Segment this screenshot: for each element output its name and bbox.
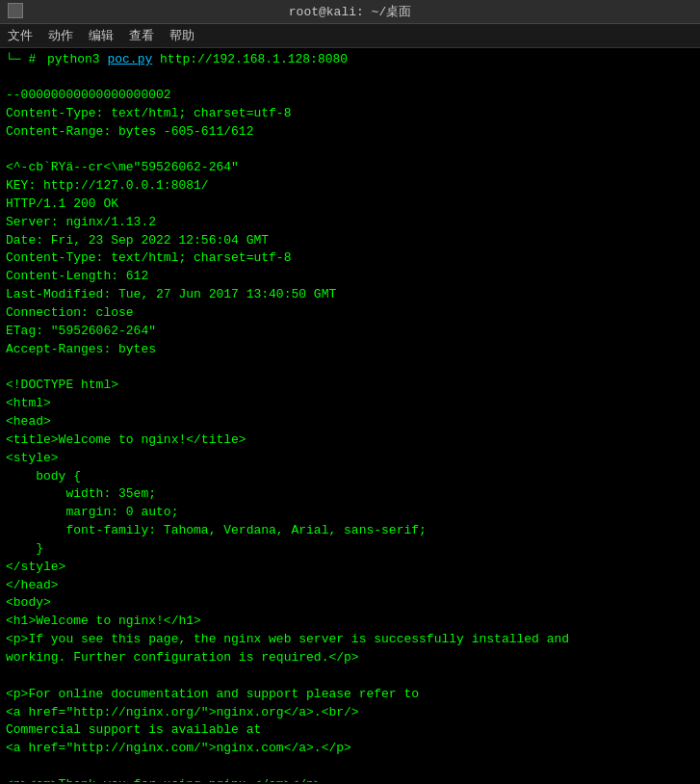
menu-bar: 文件 动作 编辑 查看 帮助	[0, 24, 700, 48]
output-line: --00000000000000000002	[6, 87, 694, 105]
output-line: Server: nginx/1.13.2	[6, 214, 694, 232]
output-line: <!DOCTYPE html>	[6, 377, 694, 395]
output-line: ETag: "59526062-264"	[6, 323, 694, 341]
title-bar-text: root@kali: ~/桌面	[289, 5, 411, 19]
output-line: Content-Range: bytes -605-611/612	[6, 123, 694, 142]
output-line: width: 35em;	[6, 485, 694, 504]
output-line: margin: 0 auto;	[6, 504, 694, 522]
menu-view[interactable]: 查看	[129, 27, 154, 44]
output-line: Commercial support is available at	[6, 721, 694, 740]
output-line: KEY: http://127.0.0.1:8081/	[6, 177, 694, 196]
cmd-python: python3	[47, 52, 100, 66]
output-line: <h1>Welcome to nginx!</h1>	[6, 613, 694, 631]
menu-file[interactable]: 文件	[8, 27, 33, 44]
output-line	[6, 68, 694, 87]
output-line: <html>	[6, 395, 694, 413]
output-line: Content-Length: 612	[6, 268, 694, 286]
output-line: body {	[6, 468, 694, 486]
output-line: font-family: Tahoma, Verdana, Arial, san…	[6, 522, 694, 540]
output-line: <body>	[6, 594, 694, 613]
output-line: <a href="http://nginx.com/">nginx.com</a…	[6, 740, 694, 758]
output-line: </style>	[6, 559, 694, 577]
output-line: Content-Type: text/html; charset=utf-8	[6, 105, 694, 123]
output-line	[6, 359, 694, 378]
output-line: Last-Modified: Tue, 27 Jun 2017 13:40:50…	[6, 286, 694, 304]
output-line: <title>Welcome to nginx!</title>	[6, 431, 694, 450]
prompt-line: └─ # python3 poc.py http://192.168.1.128…	[6, 52, 694, 66]
output-line: <a href="http://nginx.org/">nginx.org</a…	[6, 704, 694, 722]
output-line: <head>	[6, 413, 694, 431]
output-line: Content-Type: text/html; charset=utf-8	[6, 249, 694, 268]
prompt-arrow: └─	[6, 52, 21, 66]
output-line: </head>	[6, 577, 694, 595]
output-container: --00000000000000000002Content-Type: text…	[6, 68, 694, 782]
output-line: working. Further configuration is requir…	[6, 649, 694, 667]
menu-action[interactable]: 动作	[48, 27, 73, 44]
terminal-icon	[8, 3, 23, 18]
output-line: <p>For online documentation and support …	[6, 686, 694, 704]
output-line: <p>If you see this page, the nginx web s…	[6, 631, 694, 649]
prompt-hash: #	[21, 52, 43, 66]
title-bar: root@kali: ~/桌面	[0, 0, 700, 24]
output-line: Connection: close	[6, 304, 694, 323]
cmd-args: http://192.168.1.128:8080	[160, 52, 348, 66]
output-line: <^-cb`RYä--cr<\me"59526062-264"	[6, 159, 694, 177]
output-line	[6, 758, 694, 776]
output-line: Date: Fri, 23 Sep 2022 12:56:04 GMT	[6, 232, 694, 250]
output-line	[6, 141, 694, 159]
output-line: HTTP/1.1 200 OK	[6, 196, 694, 214]
output-line: }	[6, 540, 694, 559]
output-line: <style>	[6, 450, 694, 468]
output-line: <p><em>Thank you for using nginx.</em></…	[6, 776, 694, 782]
output-line	[6, 667, 694, 686]
output-line: Accept-Ranges: bytes	[6, 341, 694, 359]
terminal-content: └─ # python3 poc.py http://192.168.1.128…	[0, 48, 700, 782]
menu-edit[interactable]: 编辑	[89, 27, 114, 44]
menu-help[interactable]: 帮助	[169, 27, 194, 44]
cmd-file: poc.py	[107, 52, 152, 66]
